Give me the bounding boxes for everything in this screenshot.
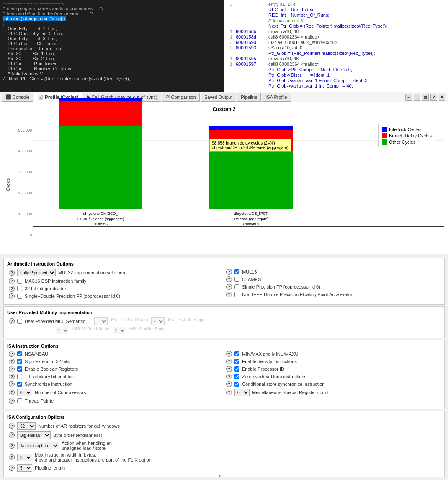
help-pipeline[interactable]: ? [9,465,15,471]
bool-checkbox[interactable] [17,366,22,372]
legend-other: Other Cycles [389,139,416,145]
help-miscsr[interactable]: ? [226,390,232,395]
sext-checkbox[interactable] [17,359,22,364]
zol-checkbox[interactable] [234,374,239,379]
sync-checkbox[interactable] [17,382,22,387]
clamps-label: CLAMPS [242,277,261,282]
user-mul-checkbox[interactable] [17,319,22,324]
bool-label: Enable Boolean Registers [25,366,78,372]
unaligned-select[interactable]: Take exception [17,442,59,449]
close-icon[interactable]: ✕ [439,94,445,101]
procid-row: ? Enable Processor ID [224,366,441,372]
clamps-checkbox[interactable] [234,277,239,282]
mul32-select[interactable]: Fully Pipelined [17,269,56,276]
mac16-label: MAC16 DSP instruction family [25,279,86,284]
tab-pipeline[interactable]: Pipeline [237,93,261,102]
help-tie[interactable]: ? [9,374,15,379]
maxinstr-select[interactable]: 3 [17,454,32,461]
isa-config-title: ISA Configuration Options [7,415,441,420]
csync-label: Conditional store synchronize instructio… [242,382,325,387]
sync-row: ? Synchronize instruction [7,381,224,387]
mac16-checkbox[interactable] [17,279,22,284]
help-ar[interactable]: ? [9,423,15,429]
div32-row: ? 32 bit integer divider [7,286,224,292]
mul32-write-select[interactable]: 2 [113,327,126,334]
tab-comparison[interactable]: ⚖Comparison [162,93,200,102]
spdp-checkbox[interactable] [17,294,22,299]
mul32-row: ? Fully Pipelined MUL32 implementation s… [7,269,224,276]
help-coprocnum[interactable]: ? [9,390,15,395]
mul32-read-select[interactable]: 1 [56,327,69,334]
nsa-row: ? NSA/NSAU [7,351,224,357]
help-procid[interactable]: ? [226,366,232,372]
help-byteorder[interactable]: ? [9,432,15,438]
minmax-checkbox[interactable] [234,351,239,356]
tab-isaprofile[interactable]: ISA Profile [262,93,291,102]
chart-icon[interactable]: ▦ [422,94,429,101]
spdp-label: Single+Double Precision FP (coprocessor … [25,294,120,299]
help-spdp[interactable]: ? [9,293,15,299]
nsa-checkbox[interactable] [17,351,22,356]
spfp-checkbox[interactable] [234,284,239,289]
ar-select[interactable]: 32 [17,422,36,430]
coprocnum-label: Number of Coprocessors [35,390,86,395]
nsa-label: NSA/NSAU [25,351,48,356]
help-threadptr[interactable]: ? [9,398,15,404]
user-mul-row: ? User Provided MUL Semantic 1 MUL16 Rea… [7,317,441,325]
threadptr-row: ? Thread Pointer [7,398,224,404]
help-density[interactable]: ? [226,359,232,364]
help-clamps[interactable]: ? [226,276,232,282]
bool-row: ? Enable Boolean Registers [7,366,224,372]
help-zol[interactable]: ? [226,374,232,379]
code-right: 3entry a1, 144 REG int Run_Index; REG in… [224,0,448,92]
help-mac16[interactable]: ? [9,278,15,284]
maximize-icon[interactable]: □ [414,94,420,101]
coprocessor-select[interactable]: 0 [17,389,32,396]
coprocnum-row: ? 0 Number of Coprocessors [7,389,224,396]
help-usermul[interactable]: ? [9,318,15,324]
tab-savedoutput[interactable]: Saved Output [201,93,236,102]
help-div32[interactable]: ? [9,286,15,292]
help-mul16[interactable]: ? [226,269,232,275]
help-maxinstr[interactable]: ? [9,454,15,460]
density-checkbox[interactable] [234,359,239,364]
help-unaligned[interactable]: ? [9,443,15,449]
pipeline-select[interactable]: 5 [17,464,32,472]
help-spfp[interactable]: ? [226,284,232,290]
tie-label: TIE arbitrary bit enables [25,374,74,379]
csync-checkbox[interactable] [234,382,239,387]
threadptr-checkbox[interactable] [17,398,22,403]
maxinstr-label: Max instruction width in bytes.4 byte an… [35,452,152,462]
density-row: ? Enable density instructions [224,359,441,364]
procid-checkbox[interactable] [234,366,239,372]
minimize-icon[interactable]: – [405,94,412,101]
chart-section: Custom 2 Cycles 500,000 400,000 300,000 … [0,102,448,254]
byteorder-select[interactable]: Big endian [17,431,51,439]
mul16-write-select[interactable]: 2 [151,317,165,325]
help-bool[interactable]: ? [9,366,15,372]
help-sync[interactable]: ? [9,381,15,387]
isa-config-options: ISA Configuration Options ? 32 Number of… [3,411,445,477]
div32-checkbox[interactable] [17,286,22,291]
code-area: /* *************************************… [0,0,448,92]
minmax-label: MIN/MAX and MINU/MAXU [242,351,298,356]
help-mul32[interactable]: ? [9,270,15,276]
help-nsa[interactable]: ? [9,351,15,357]
zol-label: Zero overhead loop instructions [242,374,306,379]
div32-label: 32 bit integer divider [25,286,66,291]
tab-console[interactable]: ⬛Console [2,93,33,102]
spdp-row: ? Single+Double Precision FP (coprocesso… [7,293,224,299]
arithmetic-title: Arithmetic Instruction Options [7,261,441,266]
help-minmax[interactable]: ? [226,351,232,357]
nieee-checkbox[interactable] [234,292,239,297]
tie-checkbox[interactable] [17,374,22,379]
miscsr-select[interactable]: 0 [234,389,250,396]
expand-icon[interactable]: ⤢ [430,94,437,101]
help-csync[interactable]: ? [226,381,232,387]
help-sext[interactable]: ? [9,359,15,364]
mul16-read-select[interactable]: 1 [94,317,108,325]
spfp-row: ? Single Precision FP (coprocessor id 0) [224,284,441,290]
zol-row: ? Zero overhead loop instructions [224,374,441,379]
help-nieee[interactable]: ? [226,292,232,297]
mul16-checkbox[interactable] [234,269,239,274]
